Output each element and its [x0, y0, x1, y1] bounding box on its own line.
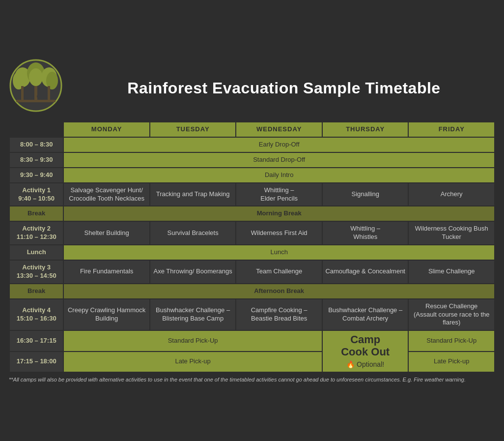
act4-tuesday: Bushwhacker Challenge – Blistering Base …: [150, 299, 236, 331]
svg-point-14: [37, 95, 40, 98]
act2-monday: Shelter Building: [63, 221, 150, 245]
act3-friday: Slime Challenge: [408, 260, 495, 284]
standard-pickup-row: 16:30 – 17:15 Standard Pick-Up Camp Cook…: [9, 330, 495, 351]
act2-tuesday: Survival Bracelets: [150, 221, 236, 245]
day-friday: FRIDAY: [408, 122, 495, 137]
camp-logo: Camp Cook Out 🔥 Optional!: [325, 334, 406, 369]
standard-pickup-right: Standard Pick-Up: [408, 330, 495, 351]
time-standard-dropoff: 8:30 – 9:30: [9, 152, 63, 168]
svg-rect-3: [21, 86, 24, 101]
lunch-cell: Lunch: [63, 245, 495, 260]
morning-break-row: Break Morning Break: [9, 206, 495, 221]
footnote: **All camps will also be provided with a…: [9, 377, 495, 382]
camp-logo-optional: 🔥 Optional!: [346, 360, 384, 369]
time-afternoon-break: Break: [9, 284, 63, 299]
lunch-row: Lunch Lunch: [9, 245, 495, 260]
svg-rect-9: [48, 86, 50, 101]
svg-rect-6: [34, 86, 37, 101]
act3-tuesday: Axe Throwing/ Boomerangs: [150, 260, 236, 284]
time-header: [9, 122, 63, 137]
late-pickup-row: 17:15 – 18:00 Late Pick-up Late Pick-up: [9, 352, 495, 372]
timetable: MONDAY TUESDAY WEDNESDAY THURSDAY FRIDAY…: [9, 121, 495, 373]
day-tuesday: TUESDAY: [150, 122, 236, 137]
standard-pickup-left: Standard Pick-Up: [63, 330, 322, 351]
main-container: Rainforest Evacuation Sample Timetable M…: [4, 54, 500, 387]
day-wednesday: WEDNESDAY: [236, 122, 322, 137]
time-activity1: Activity 1 9:40 – 10:50: [9, 183, 63, 206]
act4-wednesday: Campfire Cooking – Beastie Bread Bites: [236, 299, 322, 331]
time-activity2: Activity 2 11:10 – 12:30: [9, 221, 63, 245]
activity4-row: Activity 4 15:10 – 16:30 Creepy Crawling…: [9, 299, 495, 331]
camp-logo-line1: Camp: [350, 334, 380, 346]
time-lunch: Lunch: [9, 245, 63, 260]
daily-intro-cell: Daily Intro: [63, 168, 495, 183]
act2-thursday: Whittling – Whistles: [322, 221, 409, 245]
afternoon-break-cell: Afternoon Break: [63, 284, 495, 299]
act3-wednesday: Team Challenge: [236, 260, 322, 284]
header-row: MONDAY TUESDAY WEDNESDAY THURSDAY FRIDAY: [9, 122, 495, 137]
activity1-row: Activity 1 9:40 – 10:50 Salvage Scavenge…: [9, 183, 495, 206]
time-activity4: Activity 4 15:10 – 16:30: [9, 299, 63, 331]
svg-rect-10: [16, 100, 56, 102]
standard-dropoff-row: 8:30 – 9:30 Standard Drop-Off: [9, 152, 495, 168]
act1-thursday: Signalling: [322, 183, 409, 206]
early-dropoff-cell: Early Drop-Off: [63, 137, 495, 152]
act1-friday: Archery: [408, 183, 495, 206]
late-pickup-left: Late Pick-up: [63, 352, 322, 372]
act1-wednesday: Whittling – Elder Pencils: [236, 183, 322, 206]
svg-point-12: [30, 95, 33, 98]
act2-friday: Wilderness Cooking Bush Tucker: [408, 221, 495, 245]
time-standard-pickup: 16:30 – 17:15: [9, 330, 63, 351]
camp-logo-line2: Cook Out: [341, 346, 390, 358]
act3-monday: Fire Fundamentals: [63, 260, 150, 284]
time-early-dropoff: 8:00 – 8:30: [9, 137, 63, 152]
day-thursday: THURSDAY: [322, 122, 409, 137]
svg-point-5: [29, 68, 43, 86]
activity2-row: Activity 2 11:10 – 12:30 Shelter Buildin…: [9, 221, 495, 245]
afternoon-break-row: Break Afternoon Break: [9, 284, 495, 299]
activity3-row: Activity 3 13:30 – 14:50 Fire Fundamenta…: [9, 260, 495, 284]
header: Rainforest Evacuation Sample Timetable: [9, 59, 495, 118]
time-late-pickup: 17:15 – 18:00: [9, 352, 63, 372]
camp-logo-cell: Camp Cook Out 🔥 Optional!: [322, 330, 409, 372]
page-title: Rainforest Evacuation Sample Timetable: [73, 79, 495, 97]
time-morning-break: Break: [9, 206, 63, 221]
act1-tuesday: Tracking and Trap Making: [150, 183, 236, 206]
morning-break-cell: Morning Break: [63, 206, 495, 221]
standard-dropoff-cell: Standard Drop-Off: [63, 152, 495, 168]
logo-area: [9, 59, 68, 118]
time-daily-intro: 9:30 – 9:40: [9, 168, 63, 183]
act4-friday: Rescue Challenge (Assault course race to…: [408, 299, 495, 331]
early-dropoff-row: 8:00 – 8:30 Early Drop-Off: [9, 137, 495, 152]
act4-thursday: Bushwhacker Challenge – Combat Archery: [322, 299, 409, 331]
act3-thursday: Camouflage & Concealment: [322, 260, 409, 284]
act2-wednesday: Wilderness First Aid: [236, 221, 322, 245]
daily-intro-row: 9:30 – 9:40 Daily Intro: [9, 168, 495, 183]
day-monday: MONDAY: [63, 122, 150, 137]
late-pickup-right: Late Pick-up: [408, 352, 495, 372]
act1-monday: Salvage Scavenger Hunt/ Crocodile Tooth …: [63, 183, 150, 206]
act4-monday: Creepy Crawling Hammock Building: [63, 299, 150, 331]
time-activity3: Activity 3 13:30 – 14:50: [9, 260, 63, 284]
